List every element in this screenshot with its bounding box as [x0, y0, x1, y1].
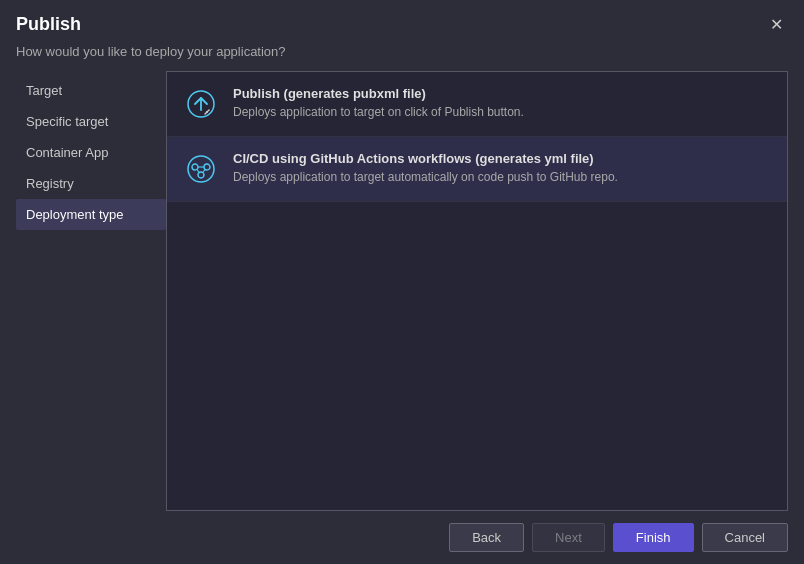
next-button[interactable]: Next [532, 523, 605, 552]
option-pubxml-desc: Deploys application to target on click o… [233, 105, 524, 119]
publish-icon [183, 86, 219, 122]
close-button[interactable]: ✕ [764, 12, 788, 36]
sidebar-item-deployment-type[interactable]: Deployment type [16, 199, 166, 230]
content-area: Publish (generates pubxml file) Deploys … [166, 71, 788, 511]
publish-dialog: Publish ✕ How would you like to deploy y… [0, 0, 804, 564]
option-cicd-title: CI/CD using GitHub Actions workflows (ge… [233, 151, 618, 166]
title-bar: Publish ✕ [0, 0, 804, 44]
dialog-subtitle: How would you like to deploy your applic… [0, 44, 804, 71]
sidebar: Target Specific target Container App Reg… [16, 71, 166, 511]
option-pubxml-title: Publish (generates pubxml file) [233, 86, 524, 101]
dialog-body: Target Specific target Container App Reg… [0, 71, 804, 511]
cicd-icon [183, 151, 219, 187]
svg-point-3 [192, 164, 198, 170]
svg-point-1 [206, 111, 208, 113]
sidebar-item-specific-target[interactable]: Specific target [16, 106, 166, 137]
option-cicd[interactable]: CI/CD using GitHub Actions workflows (ge… [167, 137, 787, 202]
cancel-button[interactable]: Cancel [702, 523, 788, 552]
finish-button[interactable]: Finish [613, 523, 694, 552]
sidebar-item-container-app[interactable]: Container App [16, 137, 166, 168]
back-button[interactable]: Back [449, 523, 524, 552]
option-cicd-text: CI/CD using GitHub Actions workflows (ge… [233, 151, 618, 184]
sidebar-item-target[interactable]: Target [16, 75, 166, 106]
dialog-footer: Back Next Finish Cancel [0, 511, 804, 564]
sidebar-item-registry[interactable]: Registry [16, 168, 166, 199]
option-pubxml-text: Publish (generates pubxml file) Deploys … [233, 86, 524, 119]
dialog-title: Publish [16, 14, 81, 35]
option-pubxml[interactable]: Publish (generates pubxml file) Deploys … [167, 72, 787, 137]
option-cicd-desc: Deploys application to target automatica… [233, 170, 618, 184]
svg-point-4 [204, 164, 210, 170]
